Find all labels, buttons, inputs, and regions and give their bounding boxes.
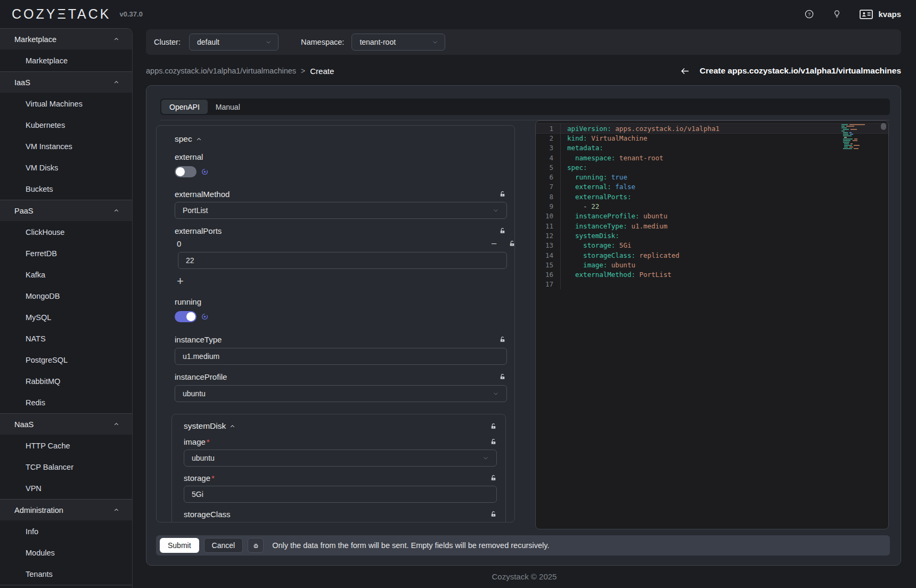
sidebar-item-tcp-balancer[interactable]: TCP Balancer	[0, 456, 132, 478]
namespace-select[interactable]: tenant-root	[351, 34, 445, 51]
lock-icon[interactable]	[490, 438, 497, 445]
editor-mode-tabs: OpenAPI Manual	[160, 99, 890, 115]
sidebar-group-label: IaaS	[14, 78, 30, 87]
lock-icon[interactable]	[499, 336, 506, 343]
editor-line-12[interactable]: 12 systemDisk:	[536, 231, 888, 240]
line-number: 9	[536, 202, 553, 210]
editor-scrollbar[interactable]	[881, 123, 886, 130]
externalPorts-item-index: 0	[177, 239, 181, 248]
sidebar-item-nats[interactable]: NATS	[0, 328, 132, 349]
sidebar-item-redis[interactable]: Redis	[0, 392, 132, 413]
editor-line-10[interactable]: 10 instanceProfile: ubuntu	[536, 211, 888, 221]
running-toggle[interactable]	[175, 311, 197, 322]
lock-icon[interactable]	[499, 191, 506, 198]
externalMethod-value: PortList	[183, 206, 208, 215]
lock-icon[interactable]	[490, 475, 497, 481]
externalMethod-select[interactable]: PortList	[175, 202, 507, 219]
external-toggle[interactable]	[175, 166, 197, 177]
lock-icon[interactable]	[490, 511, 497, 518]
section-systemDisk[interactable]: systemDisk	[184, 421, 235, 431]
lock-icon[interactable]	[499, 373, 506, 380]
editor-line-4[interactable]: 4 namespace: tenant-root	[536, 153, 888, 162]
line-number: 16	[536, 271, 553, 279]
sidebar-item-mysql[interactable]: MySQL	[0, 307, 132, 328]
sidebar-group-paas[interactable]: PaaS	[0, 200, 132, 222]
sidebar-item-virtual-machines[interactable]: Virtual Machines	[0, 93, 132, 115]
sidebar-group-naas[interactable]: NaaS	[0, 414, 132, 435]
editor-line-16[interactable]: 16 externalMethod: PortList	[536, 270, 888, 279]
reset-field-icon[interactable]	[201, 168, 208, 175]
editor-line-6[interactable]: 6 running: true	[536, 172, 888, 182]
storageClass-input[interactable]	[184, 522, 497, 522]
sidebar-item-rabbitmq[interactable]: RabbitMQ	[0, 371, 132, 392]
add-item-icon[interactable]: +	[177, 274, 189, 288]
editor-line-15[interactable]: 15 image: ubuntu	[536, 260, 888, 270]
sidebar-item-vm-instances[interactable]: VM Instances	[0, 136, 132, 157]
field-label-externalMethod: externalMethod	[175, 190, 230, 199]
user-menu[interactable]: kvaps	[860, 10, 901, 19]
debug-button[interactable]	[248, 538, 264, 553]
sidebar-item-marketplace[interactable]: Marketplace	[0, 50, 132, 71]
editor-line-11[interactable]: 11 instanceType: u1.medium	[536, 221, 888, 231]
sidebar-group-administration[interactable]: Administration	[0, 500, 132, 521]
sidebar-item-ferretdb[interactable]: FerretDB	[0, 243, 132, 264]
remove-item-icon[interactable]: −	[491, 241, 497, 247]
editor-line-14[interactable]: 14 storageClass: replicated	[536, 250, 888, 260]
sidebar-item-info[interactable]: Info	[0, 521, 132, 542]
yaml-editor-lines: 1apiVersion: apps.cozystack.io/v1alpha12…	[536, 124, 888, 289]
submit-button[interactable]: Submit	[160, 538, 199, 553]
yaml-editor[interactable]: 1apiVersion: apps.cozystack.io/v1alpha12…	[535, 120, 889, 529]
line-number: 4	[536, 154, 553, 162]
editor-line-1[interactable]: 1apiVersion: apps.cozystack.io/v1alpha1	[536, 124, 888, 133]
instanceProfile-select[interactable]: ubuntu	[175, 385, 507, 402]
tab-manual[interactable]: Manual	[208, 100, 248, 114]
sidebar-item-mongodb[interactable]: MongoDB	[0, 285, 132, 307]
editor-line-13[interactable]: 13 storage: 5Gi	[536, 241, 888, 250]
lock-icon[interactable]	[490, 423, 497, 430]
section-spec[interactable]: spec	[175, 134, 506, 144]
line-number: 10	[536, 212, 553, 220]
storage-input[interactable]	[184, 486, 497, 503]
reset-field-icon[interactable]	[201, 313, 208, 320]
sidebar-item-kafka[interactable]: Kafka	[0, 264, 132, 285]
sidebar-item-kubernetes[interactable]: Kubernetes	[0, 115, 132, 136]
sidebar-group-iaas[interactable]: IaaS	[0, 72, 132, 93]
sidebar-group-label: Administration	[14, 506, 63, 514]
externalPorts-item-input[interactable]	[178, 252, 507, 269]
sidebar-item-clickhouse[interactable]: ClickHouse	[0, 222, 132, 243]
sidebar-item-buckets[interactable]: Buckets	[0, 178, 132, 200]
sidebar-groups: MarketplaceMarketplaceIaaSVirtual Machin…	[0, 29, 132, 585]
editor-line-3[interactable]: 3metadata:	[536, 143, 888, 153]
chevron-up-icon	[230, 423, 235, 429]
sidebar-item-vpn[interactable]: VPN	[0, 478, 132, 499]
line-number: 7	[536, 183, 553, 191]
sidebar-item-tenants[interactable]: Tenants	[0, 564, 132, 585]
lock-icon[interactable]	[499, 227, 506, 234]
line-number: 11	[536, 222, 553, 230]
editor-line-9[interactable]: 9 - 22	[536, 201, 888, 211]
breadcrumb-separator: >	[301, 67, 305, 75]
image-select[interactable]: ubuntu	[184, 450, 497, 467]
back-arrow-icon[interactable]	[680, 67, 691, 76]
editor-line-2[interactable]: 2kind: VirtualMachine	[536, 133, 888, 143]
editor-minimap[interactable]	[841, 124, 867, 151]
editor-line-7[interactable]: 7 external: false	[536, 182, 888, 192]
editor-line-5[interactable]: 5spec:	[536, 162, 888, 172]
breadcrumb-link[interactable]: apps.cozystack.io/v1alpha1/virtualmachin…	[146, 67, 296, 75]
namespace-select-value: tenant-root	[359, 38, 427, 46]
theme-lightbulb-icon[interactable]	[832, 10, 841, 19]
lock-icon[interactable]	[509, 240, 515, 247]
sidebar-item-http-cache[interactable]: HTTP Cache	[0, 435, 132, 456]
editor-line-8[interactable]: 8 externalPorts:	[536, 192, 888, 201]
instanceType-input[interactable]	[175, 348, 507, 365]
cluster-select[interactable]: default	[189, 34, 279, 51]
app-footer: Cozystack © 2025	[133, 572, 916, 581]
cancel-button[interactable]: Cancel	[204, 538, 243, 553]
sidebar-item-vm-disks[interactable]: VM Disks	[0, 157, 132, 178]
sidebar-group-marketplace[interactable]: Marketplace	[0, 29, 132, 50]
help-icon[interactable]: ?	[804, 9, 814, 19]
sidebar-item-modules[interactable]: Modules	[0, 542, 132, 564]
editor-line-17[interactable]: 17	[536, 280, 888, 289]
sidebar-item-postgresql[interactable]: PostgreSQL	[0, 349, 132, 371]
tab-openapi[interactable]: OpenAPI	[161, 100, 208, 114]
